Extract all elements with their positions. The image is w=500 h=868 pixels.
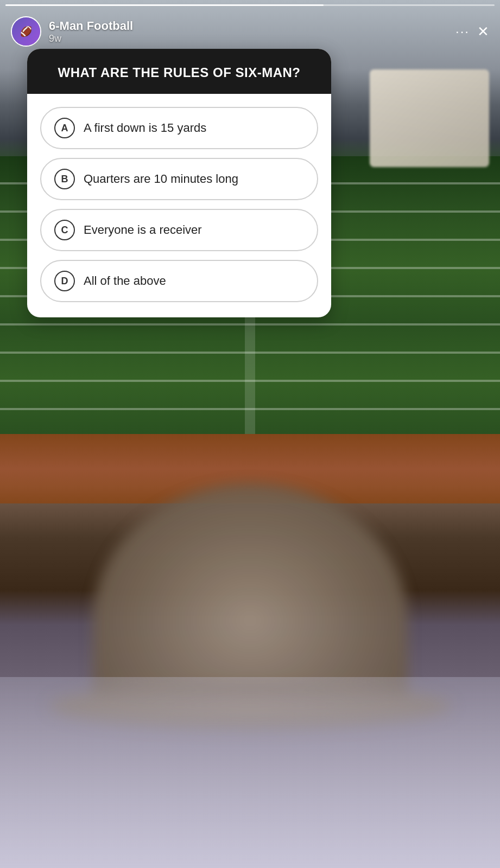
option-b-text: Quarters are 10 minutes long bbox=[84, 172, 238, 186]
progress-fill bbox=[5, 4, 324, 6]
option-a[interactable]: A A first down is 15 yards bbox=[40, 107, 318, 149]
option-a-letter: A bbox=[54, 118, 75, 138]
time-ago: 9w bbox=[49, 33, 133, 44]
channel-name: 6-Man Football bbox=[49, 19, 133, 33]
option-c[interactable]: C Everyone is a receiver bbox=[40, 209, 318, 251]
header-info: 6-Man Football 9w bbox=[49, 19, 133, 44]
quiz-options: A A first down is 15 yards B Quarters ar… bbox=[27, 94, 331, 317]
progress-bar bbox=[5, 4, 495, 6]
option-b-letter: B bbox=[54, 169, 75, 189]
option-d-letter: D bbox=[54, 271, 75, 291]
option-c-text: Everyone is a receiver bbox=[84, 223, 202, 237]
option-c-letter: C bbox=[54, 220, 75, 240]
bottom-decoration bbox=[0, 677, 500, 868]
avatar-image: 🏈 bbox=[12, 17, 40, 46]
close-button[interactable]: ✕ bbox=[477, 23, 489, 40]
option-d-text: All of the above bbox=[84, 274, 166, 288]
option-b[interactable]: B Quarters are 10 minutes long bbox=[40, 158, 318, 200]
avatar[interactable]: 🏈 bbox=[11, 16, 41, 47]
scoreboard-display bbox=[370, 69, 489, 167]
quiz-question: WHAT ARE THE RULES OF SIX-MAN? bbox=[43, 64, 315, 81]
more-button[interactable]: ··· bbox=[455, 24, 470, 39]
quiz-card: WHAT ARE THE RULES OF SIX-MAN? A A first… bbox=[27, 49, 331, 317]
option-d[interactable]: D All of the above bbox=[40, 260, 318, 302]
story-header: 🏈 6-Man Football 9w ··· ✕ bbox=[0, 0, 500, 52]
option-a-text: A first down is 15 yards bbox=[84, 121, 206, 135]
quiz-header: WHAT ARE THE RULES OF SIX-MAN? bbox=[27, 49, 331, 94]
